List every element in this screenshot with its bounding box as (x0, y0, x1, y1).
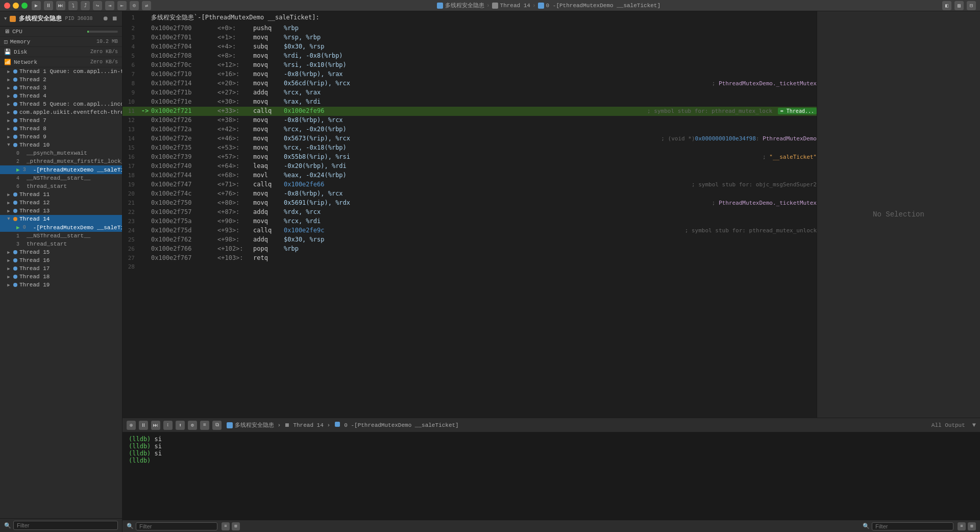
thread-14-expand-icon[interactable]: ▼ (6, 216, 11, 222)
console-area[interactable]: (lldb) si (lldb) si (lldb) si (lldb) (122, 432, 980, 520)
thread-item-7[interactable]: ▶ Thread 7 (0, 116, 122, 125)
code-line-2[interactable]: 2 0x100e2f700 <+0>: pushq %rbp (122, 24, 817, 33)
thread-14-frame-0[interactable]: ▶ 0 -[PthreadMutexDemo __saleTicket] (0, 223, 122, 232)
record-btn[interactable]: ⏺ (103, 15, 109, 22)
thread-16-expand-icon[interactable]: ▶ (6, 258, 11, 263)
toolbar-btn-1[interactable]: ▶ (32, 1, 41, 10)
thread-6-expand-icon[interactable]: ▶ (6, 110, 11, 115)
toolbar-btn-10[interactable]: ⇌ (142, 1, 151, 10)
toolbar-btn-2[interactable]: ⏸ (44, 1, 53, 10)
thread-item-3[interactable]: ▶ Thread 3 (0, 84, 122, 92)
status-filter-input[interactable] (136, 522, 217, 530)
thread-18-expand-icon[interactable]: ▶ (6, 274, 11, 279)
toolbar-btn-6[interactable]: ↪ (93, 1, 102, 10)
thread-item-16[interactable]: ▶ Thread 16 (0, 256, 122, 264)
thread-19-expand-icon[interactable]: ▶ (6, 282, 11, 287)
console-btn-8[interactable]: ⧉ (212, 421, 222, 430)
status-btn-2[interactable]: ⊞ (232, 522, 240, 530)
thread-item-6[interactable]: ▶ com.apple.uikit.eventfetch-thread (6) (0, 108, 122, 116)
code-line-16[interactable]: 16 0x100e2f739 <+57>: movq 0x55b8(%rip),… (122, 153, 817, 162)
toolbar-btn-5[interactable]: ⤴ (81, 1, 90, 10)
thread-10-frame-3[interactable]: ▶ 3 -[PthreadMutexDemo __saleTicket] (0, 165, 122, 174)
thread-14-frame-3[interactable]: 3 thread_start (0, 240, 122, 248)
code-line-27[interactable]: 27 0x100e2f767 <+103>: retq (122, 254, 817, 263)
code-line-4[interactable]: 4 0x100e2f704 <+4>: subq $0x30, %rsp (122, 42, 817, 52)
console-expand-icon[interactable]: ▼ (972, 422, 976, 429)
thread-12-expand-icon[interactable]: ▶ (6, 200, 11, 205)
code-line-7[interactable]: 7 0x100e2f710 <+16>: movq -0x8(%rbp), %r… (122, 70, 817, 79)
code-line-22[interactable]: 22 0x100e2f757 <+87>: addq %rdx, %rcx (122, 208, 817, 217)
thread-item-2[interactable]: ▶ Thread 2 (0, 76, 122, 84)
thread-item-5[interactable]: ▶ Thread 5 Queue: com.appl...incoming (s… (0, 100, 122, 108)
thread-4-expand-icon[interactable]: ▶ (6, 93, 11, 99)
code-line-10[interactable]: 10 0x100e2f71e <+30>: movq %rax, %rdi (122, 98, 817, 107)
code-line-17[interactable]: 17 0x100e2f740 <+64>: leaq -0x20(%rbp), … (122, 162, 817, 171)
thread-7-expand-icon[interactable]: ▶ (6, 118, 11, 123)
thread-item-12[interactable]: ▶ Thread 12 (0, 199, 122, 207)
thread-15-expand-icon[interactable]: ▶ (6, 250, 11, 255)
close-button[interactable] (4, 3, 10, 9)
sidebar-filter-input[interactable] (13, 521, 118, 530)
thread-item-17[interactable]: ▶ Thread 17 (0, 264, 122, 273)
console-export-btn[interactable]: ⬆ (176, 421, 185, 430)
code-line-18[interactable]: 18 0x100e2f744 <+68>: movl %eax, -0x24(%… (122, 171, 817, 180)
thread-item-4[interactable]: ▶ Thread 4 (0, 92, 122, 100)
code-line-3[interactable]: 3 0x100e2f701 <+1>: movq %rsp, %rbp (122, 33, 817, 42)
navigator-toggle[interactable]: ◧ (942, 1, 951, 10)
toolbar-btn-7[interactable]: ⇥ (105, 1, 114, 10)
toolbar-btn-4[interactable]: ⤵ (68, 1, 78, 10)
thread-10-frame-0[interactable]: 0 __psynch_mutexwait (0, 149, 122, 157)
thread-9-expand-icon[interactable]: ▶ (6, 134, 11, 139)
breadcrumb-item-2[interactable]: Thread 14 (500, 3, 530, 9)
expand-icon[interactable]: ▼ (4, 16, 7, 21)
toolbar-btn-3[interactable]: ⏭ (56, 1, 65, 10)
code-line-21[interactable]: 21 0x100e2f750 <+80>: movq 0x5691(%rip),… (122, 199, 817, 208)
thread-item-14[interactable]: ▼ Thread 14 (0, 215, 122, 223)
minimize-button[interactable] (13, 3, 19, 9)
code-line-14[interactable]: 14 0x100e2f72e <+46>: movq 0x5673(%rip),… (122, 134, 817, 143)
code-line-19[interactable]: 19 0x100e2f747 <+71>: callq 0x100e2fe66 … (122, 180, 817, 189)
thread-item-1[interactable]: ▶ Thread 1 Queue: com.appl...in-thread (… (0, 67, 122, 76)
status-btn-1[interactable]: ≡ (222, 522, 230, 530)
console-pause-btn[interactable]: ⏸ (139, 421, 148, 430)
thread-item-15[interactable]: ▶ Thread 15 (0, 248, 122, 256)
thread-item-10[interactable]: ▼ Thread 10 (0, 141, 122, 149)
inspector-toggle[interactable]: ▨ (954, 1, 964, 10)
code-line-12[interactable]: 12 0x100e2f726 <+38>: movq -0x8(%rbp), %… (122, 116, 817, 125)
thread-11-expand-icon[interactable]: ▶ (6, 192, 11, 197)
code-line-15[interactable]: 15 0x100e2f735 <+53>: movq %rcx, -0x18(%… (122, 143, 817, 153)
thread-17-expand-icon[interactable]: ▶ (6, 266, 11, 271)
thread-1-expand-icon[interactable]: ▶ (6, 69, 11, 74)
thread-5-expand-icon[interactable]: ▶ (6, 102, 11, 107)
thread-item-11[interactable]: ▶ Thread 11 (0, 190, 122, 199)
breadcrumb-item-1[interactable]: 多线程安全隐患 (445, 2, 484, 9)
thread-item-19[interactable]: ▶ Thread 19 (0, 281, 122, 289)
code-line-25[interactable]: 25 0x100e2f762 <+98>: addq $0x30, %rsp (122, 235, 817, 245)
console-btn-6[interactable]: ⊕ (188, 421, 197, 430)
thread-item-18[interactable]: ▶ Thread 18 (0, 273, 122, 281)
code-line-5[interactable]: 5 0x100e2f708 <+8>: movq %rdi, -0x8(%rbp… (122, 52, 817, 61)
code-line-11[interactable]: 11 -> 0x100e2f721 <+33>: callq 0x100e2fe… (122, 107, 817, 116)
console-clear-btn[interactable]: ⊗ (127, 421, 136, 430)
code-line-13[interactable]: 13 0x100e2f72a <+42>: movq %rcx, -0x20(%… (122, 125, 817, 134)
thread-10-frame-2[interactable]: 2 _pthread_mutex_firstfit_lock_slow (0, 157, 122, 165)
thread-10-frame-4[interactable]: 4 __NSThread__start__ (0, 174, 122, 182)
status-btn-4[interactable]: ⊞ (968, 522, 976, 530)
thread-10-frame-6[interactable]: 6 thread_start (0, 182, 122, 190)
stop-btn[interactable]: ⏹ (112, 15, 118, 22)
thread-8-expand-icon[interactable]: ▶ (6, 126, 11, 131)
code-line-header[interactable]: 1 多线程安全隐患`-[PthreadMutexDemo __saleTicke… (122, 11, 817, 24)
thread-item-9[interactable]: ▶ Thread 9 (0, 133, 122, 141)
thread-13-expand-icon[interactable]: ▶ (6, 208, 11, 213)
process-name[interactable]: 多线程安全隐患 (19, 14, 62, 23)
code-line-8[interactable]: 8 0x100e2f714 <+20>: movq 0x56cd(%rip), … (122, 79, 817, 88)
breadcrumb-item-3[interactable]: 0 -[PthreadMutexDemo __saleTicket] (546, 3, 660, 9)
console-jump-btn[interactable]: ↕ (163, 421, 173, 430)
toolbar-btn-9[interactable]: ⊙ (130, 1, 139, 10)
console-btn-7[interactable]: ≡ (200, 421, 209, 430)
code-line-23[interactable]: 23 0x100e2f75a <+90>: movq %rcx, %rdi (122, 217, 817, 226)
thread-item-8[interactable]: ▶ Thread 8 (0, 125, 122, 133)
code-area[interactable]: 1 多线程安全隐患`-[PthreadMutexDemo __saleTicke… (122, 11, 817, 418)
toolbar-btn-8[interactable]: ⇤ (117, 1, 127, 10)
code-line-6[interactable]: 6 0x100e2f70c <+12>: movq %rsi, -0x10(%r… (122, 61, 817, 70)
